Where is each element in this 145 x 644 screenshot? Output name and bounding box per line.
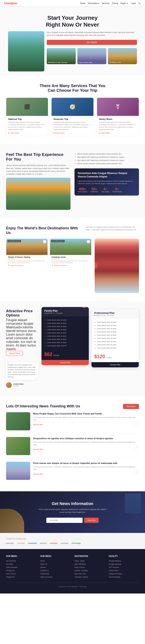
plan-feature-pro-1: Lorem ipsum dolor sit amet <box>94 321 136 324</box>
footer-link-newyork[interactable]: New York, USA <box>75 572 105 576</box>
news-item-3: Proin massa sem tempor mi lacus et tempo… <box>6 462 139 483</box>
footer-link-tokyo[interactable]: Tokyo, Japan <box>75 559 105 562</box>
destinations-section: Enjoy The World's Best Destinations With… <box>0 218 145 301</box>
learn-more-honeymoon[interactable]: Learn More <box>99 132 137 134</box>
footer-link-our-services[interactable]: Our Services <box>6 559 36 562</box>
nav-pages[interactable]: Pages ▾ <box>120 2 128 4</box>
trusted-label: Trusted by Company like: <box>6 538 139 540</box>
footer-link-contact-us[interactable]: Contact Us <box>40 569 70 572</box>
choose-plan-professional-button[interactable]: Choose Plan <box>91 362 139 367</box>
news-arrow-2[interactable]: › <box>134 445 139 450</box>
footer-bottom: Copyright © 2024 travelplan Technology <box>6 583 139 588</box>
footer-link-pricing-list[interactable]: Pricing List <box>6 569 36 572</box>
learn-more-national[interactable]: Learn More <box>8 132 46 134</box>
learn-more-domestic[interactable]: Learn More <box>54 132 91 134</box>
plan-feature-family-6: Lorem ipsum dolor sit amet <box>44 334 86 338</box>
footer-link-paris[interactable]: Paris, France <box>75 566 105 569</box>
footer-col-our-menu-1: Our Menu Our Services Our Blog Client Re… <box>6 555 36 578</box>
newsletter-email-input[interactable] <box>46 518 83 523</box>
stats-box-title: Fermentum Ante Congue Rhoncus Tempus Viv… <box>78 172 136 178</box>
service-img-honeymoon: ⚧ <box>97 98 139 116</box>
footer-link-honey-moon[interactable]: Honey Moon <box>109 569 139 572</box>
footer-link-about-us[interactable]: About Us <box>40 562 70 566</box>
service-body-domestic: Domestic Trip A tincidunt diam placerat … <box>52 116 93 136</box>
footer-link-client-reviews[interactable]: Client Reviews <box>6 566 36 569</box>
destinations-description: Velit aute ets mageore dolore tincidunt … <box>86 226 139 231</box>
dest-favorite-beijing[interactable]: ♡ <box>43 240 46 243</box>
nav-destination[interactable]: Destination ▾ <box>88 2 99 4</box>
news-arrow-3[interactable]: › <box>134 470 139 475</box>
plan-feature-family-2: Lorem ipsum dolor sit amet <box>44 322 86 325</box>
exp-bullet-2: Vitae aliquet nibh adipiscing condimentu… <box>75 156 139 159</box>
plan-header-professional: Professional Plan Available for 100 - 12… <box>91 309 139 319</box>
nav-services[interactable]: Services <box>102 2 109 4</box>
nav-home[interactable]: Home <box>80 2 85 4</box>
footer-link-our-blog[interactable]: Our Blog <box>6 562 36 566</box>
plan-feature-family-1: Lorem ipsum dolor sit amet <box>44 318 86 322</box>
dest-card-body-beijing: Temple of Heaven, Beijing ★★★★★ Lorem ip… <box>6 255 48 268</box>
author-role: Traveler <box>13 385 24 387</box>
subscribe-button[interactable]: Subscribe <box>84 518 99 523</box>
footer-link-video-comment[interactable]: Video Comment <box>40 576 70 578</box>
search-icon[interactable]: 🔍 <box>138 2 141 5</box>
footer-col-list-1: Our Services Our Blog Client Reviews Pri… <box>6 559 36 578</box>
stat-capacity: 400+ Yearly capacity <box>78 187 87 192</box>
footer-link-temple-booking[interactable]: Temple Booking <box>109 559 139 562</box>
news-header: Lots Of Interesting News Traveling With … <box>6 404 139 409</box>
hero-card-2: City & Canal, Italy <box>77 48 106 64</box>
dest-explore-beijing[interactable]: Explore conditions <box>8 264 46 266</box>
domestic-trip-icon: 🧭 <box>69 104 76 110</box>
footer-link-service[interactable]: Service <box>40 566 70 569</box>
footer-link-simply-promotion[interactable]: Simply Promotion <box>109 572 139 576</box>
plans-container: ★ Family Plan Available for 10 - 50 peop… <box>42 309 139 368</box>
plan-features-family: Lorem ipsum dolor sit amet Lorem ipsum d… <box>42 316 89 350</box>
footer-link-home[interactable]: Home <box>40 559 70 562</box>
footer-link-testimonial[interactable]: Testimonial <box>40 572 70 576</box>
footer-link-single-post[interactable]: Single Post <box>6 576 36 578</box>
get-started-button[interactable]: Get Started <box>47 40 137 45</box>
experience-content: Feel The Best Trip Experience For You Ul… <box>6 152 139 210</box>
testimonial: Fringilla mus manus quisque et at condim… <box>6 362 38 388</box>
login-link[interactable]: Login <box>131 2 136 4</box>
footer-link-247-services[interactable]: 24/7 Services <box>109 566 139 569</box>
price-period-professional: /people <box>106 356 112 358</box>
hero-card-2-label: City & Canal, Italy <box>79 62 92 63</box>
hero-section: Start Your Journey Right Now Or Never Nu… <box>0 6 145 76</box>
trusted-section: Trusted by Company like: yourlogo yourlo… <box>0 533 145 549</box>
footer-col-heading-4: Facility <box>109 555 139 557</box>
dest-card-img-beijing: from $445 /person ♡ <box>6 239 48 255</box>
stat-destinations-label: Destinations <box>90 191 98 192</box>
footer-link-get-in-touch[interactable]: Get In Touch <box>6 572 36 576</box>
news-arrow-1[interactable]: › <box>134 420 139 425</box>
destinations-title: Enjoy The World's Best Destinations With… <box>6 226 79 236</box>
hero-title: Start Your Journey Right Now Or Never <box>8 14 137 28</box>
dest-explore-kyoto[interactable]: Explore conditions <box>52 264 90 266</box>
newsletter-section: Get News Information Proin curae id lore… <box>0 491 145 533</box>
view-more-news-button[interactable]: View More <box>123 404 139 409</box>
testimonial-author: Coda Fisher Traveler <box>6 382 38 388</box>
footer-link-bali[interactable]: Bali, Indonesia <box>75 562 105 566</box>
dest-card-name-beijing: Temple of Heaven, Beijing <box>8 256 46 258</box>
news-date-3: June 18, 2021 <box>33 473 43 475</box>
footer-link-colombia[interactable]: Colombia, Mexico <box>75 576 105 578</box>
price-amount-professional: $120 <box>94 354 105 359</box>
nav-pricing[interactable]: Pricing <box>112 2 118 4</box>
footer-col-heading-3: Destination <box>75 555 105 557</box>
stat-landmarks-number: 8+ <box>112 187 122 191</box>
plan-feature-pro-8: Lorem ipsum dolor sit amet <box>94 343 136 346</box>
plan-feature-pro-6: Lorem ipsum dolor sit amet <box>94 337 136 340</box>
footer-link-travel-booking[interactable]: Travel Booking <box>109 576 139 578</box>
choose-plan-family-button[interactable]: Choose Plan <box>42 360 89 365</box>
plan-price-family: $62 /people <box>42 350 89 359</box>
footer-link-google-sitemap[interactable]: Google Sitemap <box>109 562 139 566</box>
footer-link-sydney[interactable]: Sydney, Australia <box>75 569 105 572</box>
destinations-content: from $445 /person ♡ Temple of Heaven, Be… <box>6 238 139 293</box>
testimonial-text: Fringilla mus manus quisque et at condim… <box>6 362 38 380</box>
stats-row: 400+ Yearly capacity 50+ Destinations 4+… <box>78 187 136 192</box>
view-all-price-button[interactable]: View All Price <box>6 351 23 356</box>
news-date-2: June 18, 2021 <box>33 448 43 450</box>
news-body-3: Proin massa sem tempor mi lacus et tempo… <box>33 462 139 476</box>
site-logo[interactable]: travelplan <box>4 2 17 5</box>
experience-bullet-list: Ultrices tempus placerat velit faucibus … <box>75 152 139 165</box>
dest-favorite-kyoto[interactable]: ♡ <box>87 240 90 243</box>
